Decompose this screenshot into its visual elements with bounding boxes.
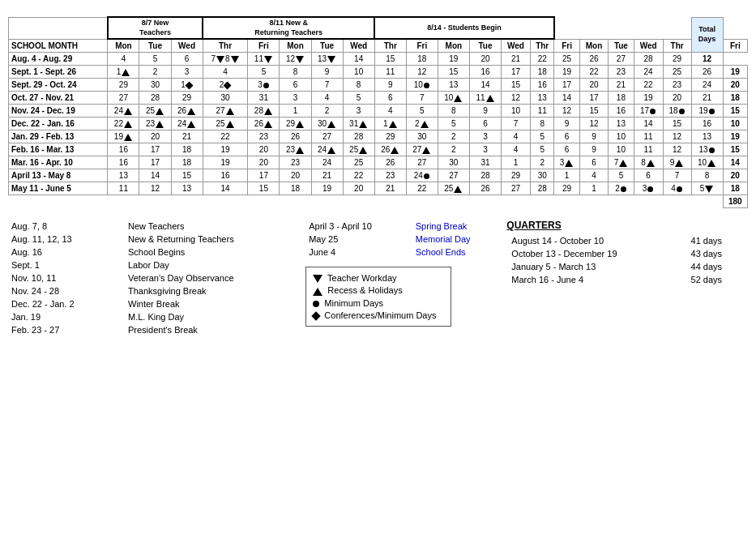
- day-cell: 31: [343, 118, 374, 130]
- total-cell: 14: [723, 156, 747, 169]
- month-label: Dec. 22 - Jan. 16: [9, 118, 108, 130]
- quarter-range: March 16 - June 4: [506, 273, 686, 286]
- col-wed2: Wed: [343, 39, 374, 53]
- day-cell: 24: [311, 143, 343, 156]
- table-row: Feb. 16 - Mar. 1316171819202324252627234…: [9, 143, 748, 156]
- day-cell: 24: [406, 169, 438, 182]
- day-cell: 3: [280, 92, 311, 105]
- day-cell: 28: [469, 169, 501, 182]
- legend-item: Aug. 16School Begins: [8, 246, 297, 259]
- symbol-legend-item: Minimum Days: [313, 298, 444, 308]
- day-cell: 10: [609, 143, 634, 156]
- day-cell: 13: [108, 169, 139, 182]
- table-row: Dec. 22 - Jan. 1622232425262930311256789…: [9, 118, 748, 130]
- table-row: May 11 - June 51112131415181920212225262…: [9, 182, 748, 195]
- day-cell: 15: [374, 53, 406, 66]
- total-cell: 15: [723, 143, 747, 156]
- day-cell: 27: [406, 143, 438, 156]
- day-cell: 26: [469, 182, 501, 195]
- day-cell: 12: [280, 53, 311, 66]
- total-cell: 19: [723, 130, 747, 143]
- day-cell: 9: [579, 143, 609, 156]
- day-cell: 15: [502, 79, 531, 92]
- total-cell: 12: [691, 53, 723, 66]
- col-fri2: Fri: [406, 39, 438, 53]
- day-cell: 21: [502, 53, 531, 66]
- legend-date: Jan. 19: [8, 310, 125, 323]
- quarters-section: QUARTERS August 14 - October 1041 daysOc…: [506, 220, 748, 336]
- day-cell: 27: [108, 92, 139, 105]
- day-cell: 30: [311, 118, 343, 130]
- day-cell: 11: [108, 182, 139, 195]
- day-cell: 3: [343, 105, 374, 118]
- col-tue1: Tue: [139, 39, 171, 53]
- legend-item: Feb. 23 - 27President's Break: [8, 323, 297, 336]
- day-cell: 15: [438, 66, 469, 79]
- day-cell: 20: [343, 182, 374, 195]
- day-cell: 20: [663, 92, 691, 105]
- day-cell: 26: [248, 118, 280, 130]
- day-cell: 4: [502, 130, 531, 143]
- day-cell: 4: [108, 53, 139, 66]
- col-tue2: Tue: [311, 39, 343, 53]
- day-cell: 29: [280, 118, 311, 130]
- day-cell: 25: [438, 182, 469, 195]
- table-row: Oct. 27 - Nov. 2127282930313456710111213…: [9, 92, 748, 105]
- day-cell: 8: [343, 79, 374, 92]
- legend-date: Dec. 22 - Jan. 2: [8, 297, 125, 310]
- day-cell: 78: [203, 53, 248, 66]
- day-cell: 23: [609, 66, 634, 79]
- day-cell: 10: [343, 66, 374, 79]
- day-cell: 8: [438, 105, 469, 118]
- day-cell: 28: [248, 105, 280, 118]
- day-cell: 4: [663, 182, 691, 195]
- day-cell: 27: [406, 156, 438, 169]
- legend-item: Sept. 1Labor Day: [8, 259, 297, 271]
- day-cell: 7: [609, 156, 634, 169]
- day-cell: 15: [171, 169, 203, 182]
- quarter-row: October 13 - December 1943 days: [506, 247, 748, 260]
- month-label: Feb. 16 - Mar. 13: [9, 143, 108, 156]
- day-cell: 23: [663, 79, 691, 92]
- day-cell: 30: [438, 156, 469, 169]
- legend-event: New & Returning Teachers: [125, 233, 297, 246]
- day-cell: 6: [469, 118, 501, 130]
- total-cell: 20: [723, 79, 747, 92]
- day-cell: 26: [280, 130, 311, 143]
- day-cell: 23: [248, 130, 280, 143]
- day-cell: 3: [248, 79, 280, 92]
- day-cell: 5: [438, 118, 469, 130]
- legend-date: Feb. 23 - 27: [8, 323, 125, 336]
- legend-left: Aug. 7, 8New TeachersAug. 11, 12, 13New …: [8, 220, 297, 336]
- day-cell: 7: [502, 118, 531, 130]
- day-cell: 27: [203, 105, 248, 118]
- day-cell: 25: [343, 143, 374, 156]
- col-thr2: Thr: [374, 39, 406, 53]
- day-cell: 18: [609, 92, 634, 105]
- day-cell: 7: [406, 92, 438, 105]
- day-cell: 30: [203, 92, 248, 105]
- col-thr1: Thr: [203, 39, 248, 53]
- symbol-legend-item: Conferences/Minimum Days: [313, 310, 444, 320]
- legend-section: Aug. 7, 8New TeachersAug. 11, 12, 13New …: [8, 220, 748, 336]
- day-cell: 2: [311, 105, 343, 118]
- day-cell: 13: [691, 130, 723, 143]
- day-cell: 22: [108, 118, 139, 130]
- day-cell: 18: [663, 105, 691, 118]
- day-cell: 22: [634, 79, 663, 92]
- legend-item: Nov. 24 - 28Thanksgiving Break: [8, 284, 297, 297]
- col-thr4: Thr: [663, 39, 691, 53]
- day-cell: 15: [663, 118, 691, 130]
- col-mon1: Mon: [108, 39, 139, 53]
- day-cell: 17: [139, 143, 171, 156]
- day-cell: 6: [554, 130, 579, 143]
- legend-event: President's Break: [125, 323, 297, 336]
- day-cell: 18: [171, 156, 203, 169]
- quarter-days: 44 days: [686, 260, 748, 273]
- legend-event: New Teachers: [125, 220, 297, 233]
- day-cell: 23: [374, 169, 406, 182]
- day-cell: 2: [203, 79, 248, 92]
- day-cell: 4: [374, 105, 406, 118]
- day-cell: 8: [531, 118, 554, 130]
- day-cell: 30: [531, 169, 554, 182]
